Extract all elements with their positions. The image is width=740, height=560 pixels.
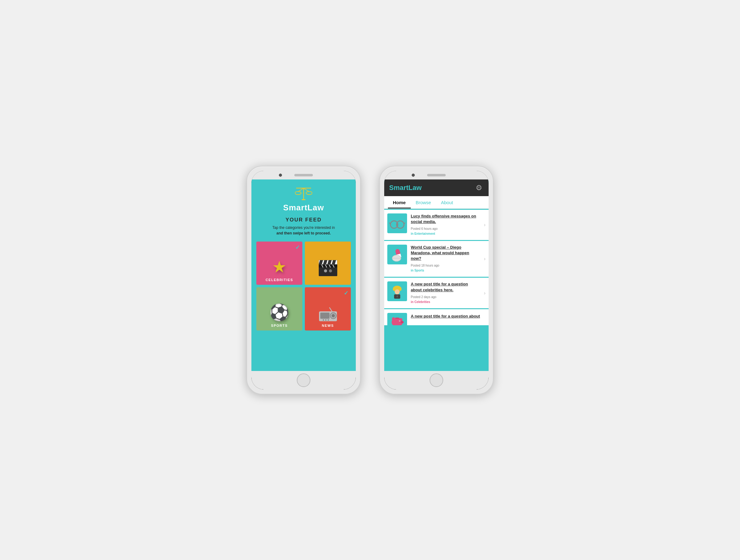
star-icon: ★ (272, 258, 287, 276)
feed-item-category-2: in Sports (411, 269, 424, 272)
soccer-icon: ⚽ (269, 303, 289, 322)
speaker-2 (427, 174, 446, 176)
svg-line-32 (389, 223, 390, 224)
cat-label-news: NEWS (322, 324, 334, 328)
svg-line-25 (330, 308, 332, 311)
cat-label-sports: SPORTS (271, 324, 288, 328)
feed-item-3[interactable]: A new post title for a question about ce… (384, 278, 489, 308)
svg-point-41 (395, 289, 400, 294)
phone-top-bar-1 (251, 171, 356, 179)
feed-item-title-4: A new post title for a question about (411, 313, 485, 319)
feed-item-title-2: World Cup special – Diego Maradona, what… (411, 245, 479, 262)
app-header: SmartLaw ⚙ (384, 179, 489, 196)
nav-tabs: Home Browse About (384, 196, 489, 209)
feed-item-content-1: Lucy finds offensive messages on social … (411, 213, 479, 236)
feed-item-meta-2: Posted 18 hours ago in Sports (411, 263, 479, 273)
phone-screen-1: SmartLaw YOUR FEED Tap the categories yo… (251, 179, 356, 371)
svg-rect-47 (395, 318, 399, 318)
feed-item-meta-1: Posted 6 hours ago in Entertainment (411, 226, 479, 236)
svg-point-50 (400, 321, 404, 323)
phone-screen-2: SmartLaw ⚙ Home Browse About (384, 179, 489, 371)
tab-home[interactable]: Home (388, 196, 411, 208)
feed-item-title-1: Lucy finds offensive messages on social … (411, 213, 479, 224)
clapper-icon (319, 260, 337, 276)
header-title: SmartLaw (389, 184, 422, 192)
home-button-1[interactable] (297, 373, 310, 387)
category-tile-entertainment[interactable]: ENTERTAINMENT (305, 242, 351, 285)
feed-title: YOUR FEED (285, 217, 321, 223)
settings-button[interactable]: ⚙ (474, 183, 484, 192)
worker-icon (389, 283, 405, 299)
svg-point-4 (295, 191, 301, 195)
glasses-icon (389, 215, 405, 231)
home-button-2[interactable] (430, 373, 443, 387)
feed-list: Lucy finds offensive messages on social … (384, 209, 489, 371)
cat-label-celebrities: CELEBRITIES (266, 278, 293, 282)
feed-item-category-1: in Entertainment (411, 232, 435, 236)
app-title-1: SmartLaw (283, 203, 324, 212)
feed-thumb-2 (387, 245, 407, 264)
scales-icon (295, 186, 312, 201)
feed-item-arrow-1: › (483, 213, 485, 236)
logo-area: SmartLaw (283, 186, 324, 212)
feed-item-2[interactable]: World Cup special – Diego Maradona, what… (384, 241, 489, 277)
tab-about[interactable]: About (436, 196, 458, 208)
feed-item-category-3: in Celebrities (411, 300, 430, 304)
categories-grid: ✓ ★ CELEBRITIES (256, 242, 351, 331)
piggy-icon (389, 313, 405, 325)
feed-item-arrow-2: › (483, 245, 485, 273)
tab-browse[interactable]: Browse (411, 196, 436, 208)
feed-item-meta-3: Posted 2 days ago in Celebrities (411, 295, 479, 304)
main-screen: SmartLaw ⚙ Home Browse About (384, 179, 489, 371)
feed-item-1[interactable]: Lucy finds offensive messages on social … (384, 210, 489, 240)
svg-line-33 (404, 223, 405, 224)
feed-item-content-4: A new post title for a question about (411, 313, 485, 321)
phone-top-bar-2 (384, 171, 489, 179)
svg-point-20 (329, 269, 332, 272)
checkmark-celebrities: ✓ (295, 244, 300, 251)
category-tile-news[interactable]: ✓ (305, 287, 351, 331)
radio-icon (318, 307, 338, 322)
phone-2: SmartLaw ⚙ Home Browse About (379, 166, 493, 394)
front-camera-2 (412, 174, 415, 177)
svg-point-46 (392, 317, 395, 321)
feed-thumb-3 (387, 281, 407, 301)
category-tile-sports[interactable]: ⚽ SPORTS (256, 287, 302, 331)
svg-point-27 (325, 319, 327, 320)
pills-icon (389, 247, 405, 263)
feed-subtitle: Tap the categories you're interested in … (272, 225, 335, 236)
svg-point-28 (328, 319, 329, 320)
front-camera-1 (279, 174, 282, 177)
phone-bottom-bar-1 (251, 371, 356, 389)
svg-point-24 (332, 314, 335, 317)
feed-item-arrow-3: › (483, 281, 485, 304)
feed-thumb-4 (387, 313, 407, 325)
category-tile-celebrities[interactable]: ✓ ★ CELEBRITIES (256, 242, 302, 285)
feed-item-title-3: A new post title for a question about ce… (411, 281, 479, 292)
feed-item-4[interactable]: A new post title for a question about (384, 309, 489, 325)
svg-rect-22 (320, 312, 330, 319)
svg-point-5 (306, 191, 312, 195)
cat-label-entertainment: ENTERTAINMENT (310, 278, 345, 282)
feed-setup-screen: SmartLaw YOUR FEED Tap the categories yo… (251, 179, 356, 371)
feed-item-content-3: A new post title for a question about ce… (411, 281, 479, 304)
svg-rect-6 (302, 199, 305, 200)
phone-bottom-bar-2 (384, 371, 489, 389)
feed-item-content-2: World Cup special – Diego Maradona, what… (411, 245, 479, 273)
svg-point-49 (399, 320, 400, 321)
checkmark-news: ✓ (344, 290, 348, 296)
speaker-1 (294, 174, 313, 176)
feed-thumb-1 (387, 213, 407, 233)
svg-point-19 (324, 269, 327, 272)
svg-point-26 (323, 319, 324, 320)
phone-1: SmartLaw YOUR FEED Tap the categories yo… (247, 166, 361, 394)
